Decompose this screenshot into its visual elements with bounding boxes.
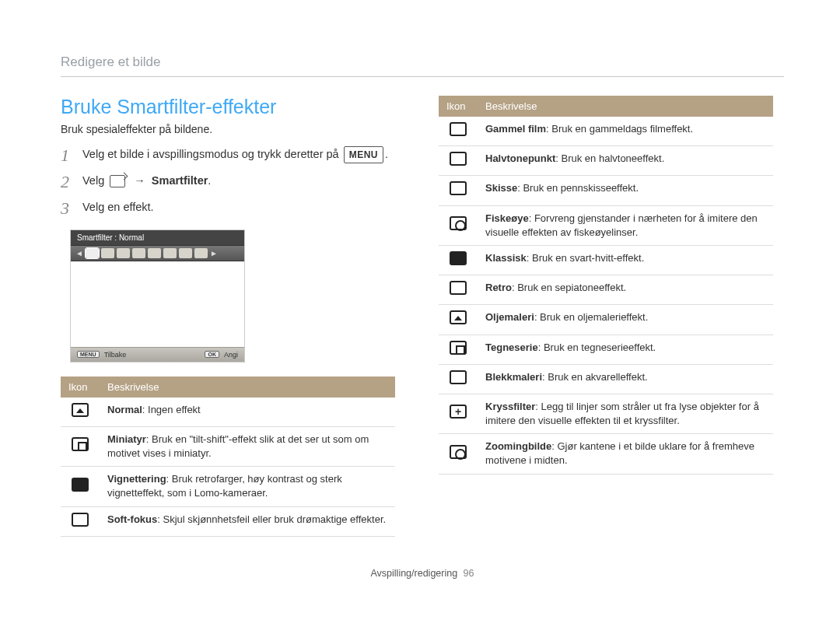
filter-strip: ◄ ► — [71, 245, 244, 261]
classic-icon — [450, 251, 467, 265]
filter-thumb — [101, 248, 114, 258]
th-icon: Ikon — [61, 377, 100, 398]
retro-icon — [450, 281, 467, 295]
miniature-icon — [72, 437, 89, 451]
page-title: Bruke Smartfilter-effekter — [61, 96, 395, 118]
chevron-left-icon: ◄ — [75, 249, 83, 257]
table-row: Zoomingbilde: Gjør kantene i et bilde uk… — [439, 434, 773, 474]
menu-key-icon: MENU — [77, 351, 100, 358]
ok-key-icon: OK — [205, 351, 219, 358]
lcd-canvas — [71, 261, 244, 347]
effects-table-right: Ikon Beskrivelse Gammel film: Bruk en ga… — [439, 96, 773, 475]
old-film-icon — [450, 122, 467, 136]
set-label: Angi — [224, 351, 238, 359]
edit-icon — [110, 175, 125, 187]
table-row: Blekkmaleri: Bruk en akvarelleffekt. — [439, 364, 773, 394]
table-row: Retro: Bruk en sepiatoneeffekt. — [439, 275, 773, 305]
table-row: Skisse: Bruk en pennskisseeffekt. — [439, 176, 773, 205]
camera-lcd-preview: Smartfilter : Normal ◄ ► MENU Tilbak — [70, 229, 245, 363]
table-row: Fiskeøye: Forvreng gjenstander i nærhete… — [439, 205, 773, 245]
ink-painting-icon — [450, 370, 467, 384]
step-number: 2 — [61, 173, 82, 191]
cross-filter-icon — [450, 405, 467, 419]
oil-painting-icon — [450, 310, 467, 324]
step-2-text: Velg → Smartfilter. — [82, 173, 211, 190]
back-label: Tilbake — [104, 351, 127, 359]
normal-icon — [72, 403, 89, 417]
page-footer: Avspilling/redigering 96 — [61, 568, 784, 579]
step-1-text: Velg et bilde i avspillingsmodus og tryk… — [82, 146, 388, 163]
filter-thumb — [179, 248, 192, 258]
table-row: Normal: Ingen effekt — [61, 398, 395, 427]
step-3-text: Velg en effekt. — [82, 199, 154, 216]
footer-section: Avspilling/redigering — [370, 568, 457, 579]
th-desc: Beskrivelse — [100, 377, 395, 398]
chevron-right-icon: ► — [210, 249, 218, 257]
filter-thumb — [132, 248, 145, 258]
table-row: Halvtonepunkt: Bruk en halvtoneeffekt. — [439, 146, 773, 176]
th-desc: Beskrivelse — [478, 96, 773, 117]
table-row: Soft-fokus: Skjul skjønnhetsfeil eller b… — [61, 506, 395, 536]
step-number: 1 — [61, 146, 82, 165]
intro-text: Bruk spesialeffekter på bildene. — [61, 123, 395, 135]
th-icon: Ikon — [439, 96, 478, 117]
vignette-icon — [72, 478, 89, 492]
lcd-title: Smartfilter : Normal — [71, 230, 244, 245]
table-row: Vignettering: Bruk retrofarger, høy kont… — [61, 467, 395, 506]
cartoon-icon — [450, 341, 467, 355]
table-row: Kryssfilter: Legg til linjer som stråler… — [439, 394, 773, 433]
zooming-shot-icon — [450, 445, 467, 459]
table-row: Tegneserie: Bruk en tegneserieeffekt. — [439, 335, 773, 364]
soft-focus-icon — [72, 513, 89, 527]
fisheye-icon — [450, 216, 467, 230]
effects-table-left: Ikon Beskrivelse Normal: Ingen effekt Mi… — [61, 377, 395, 537]
table-row: Klassisk: Bruk en svart-hvitt-effekt. — [439, 245, 773, 275]
table-row: Gammel film: Bruk en gammeldags filmeffe… — [439, 117, 773, 146]
menu-button-label: MENU — [344, 146, 383, 163]
step-number: 3 — [61, 199, 82, 218]
filter-thumb — [163, 248, 177, 258]
table-row: Miniatyr: Bruk en "tilt-shift"-effekt sl… — [61, 426, 395, 466]
filter-thumb — [148, 248, 161, 258]
filter-thumb — [86, 248, 99, 258]
divider — [61, 76, 784, 77]
table-row: Oljemaleri: Bruk en oljemalerieffekt. — [439, 305, 773, 335]
page-number: 96 — [464, 568, 474, 579]
sketch-icon — [450, 181, 467, 195]
arrow-icon: → — [134, 174, 149, 187]
breadcrumb: Redigere et bilde — [61, 54, 784, 70]
filter-thumb — [117, 248, 130, 258]
halftone-icon — [450, 152, 467, 166]
filter-thumb — [194, 248, 208, 258]
